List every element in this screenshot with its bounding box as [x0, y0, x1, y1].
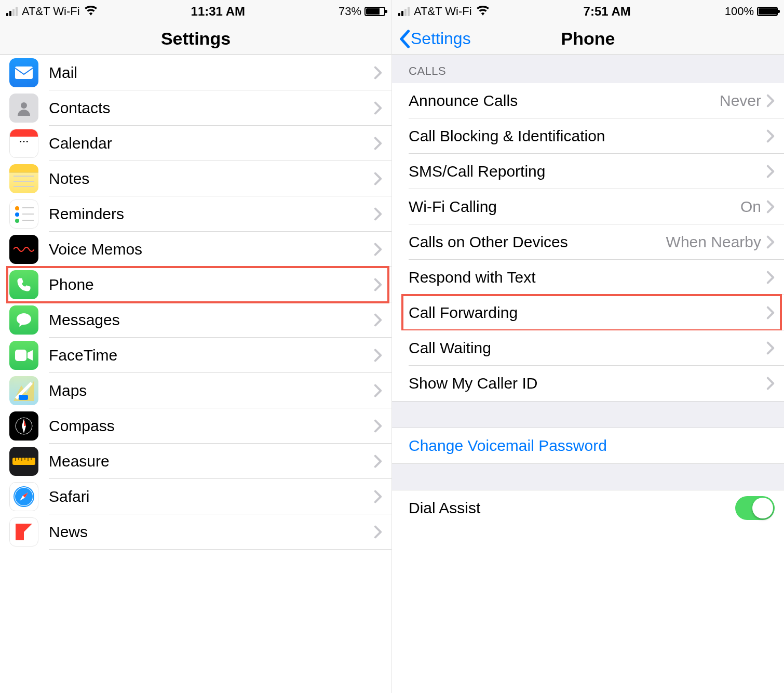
- row-wifi-calling[interactable]: Wi-Fi CallingOn: [392, 189, 784, 224]
- cellular-signal-icon: [398, 7, 410, 16]
- settings-row-calendar[interactable]: • • •Calendar: [0, 126, 391, 161]
- chevron-right-icon: [374, 419, 382, 433]
- news-icon: [9, 517, 38, 547]
- measure-icon: [9, 447, 38, 476]
- phone-icon: [9, 270, 38, 299]
- chevron-right-icon: [374, 137, 382, 150]
- row-label: Announce Calls: [409, 92, 720, 110]
- chevron-right-icon: [374, 66, 382, 79]
- row-label: Reminders: [49, 205, 374, 223]
- maps-icon: [9, 376, 38, 405]
- svg-point-1: [21, 102, 27, 109]
- section-spacer: [392, 401, 784, 428]
- chevron-right-icon: [374, 313, 382, 327]
- svg-rect-2: [15, 350, 26, 361]
- row-calls-other-devices[interactable]: Calls on Other DevicesWhen Nearby: [392, 224, 784, 260]
- row-label: Measure: [49, 452, 374, 470]
- reminders-icon: [9, 199, 38, 229]
- chevron-right-icon: [374, 490, 382, 503]
- row-call-blocking[interactable]: Call Blocking & Identification: [392, 118, 784, 154]
- battery-percent: 73%: [339, 5, 361, 18]
- row-announce-calls[interactable]: Announce CallsNever: [392, 83, 784, 118]
- section-spacer: [392, 463, 784, 490]
- settings-row-maps[interactable]: Maps: [0, 373, 391, 408]
- row-label: Voice Memos: [49, 241, 374, 258]
- row-label: Wi-Fi Calling: [409, 198, 740, 216]
- compass-icon: [9, 411, 38, 441]
- settings-row-safari[interactable]: Safari: [0, 479, 391, 514]
- page-title: Settings: [161, 29, 231, 49]
- row-sms-call-reporting[interactable]: SMS/Call Reporting: [392, 154, 784, 189]
- chevron-right-icon: [374, 101, 382, 115]
- wifi-icon: [476, 4, 490, 19]
- notes-icon: [9, 164, 38, 193]
- row-label: Mail: [49, 64, 374, 82]
- status-bar: AT&T Wi-Fi 7:51 AM 100%: [392, 0, 784, 23]
- row-respond-with-text[interactable]: Respond with Text: [392, 260, 784, 295]
- chevron-right-icon: [766, 271, 775, 284]
- row-value: Never: [720, 92, 761, 110]
- dial-assist-row[interactable]: Dial Assist: [392, 490, 784, 526]
- settings-row-contacts[interactable]: Contacts: [0, 90, 391, 126]
- change-voicemail-password-row[interactable]: Change Voicemail Password: [392, 428, 784, 463]
- chevron-right-icon: [374, 243, 382, 256]
- chevron-right-icon: [766, 129, 775, 143]
- row-label: Compass: [49, 417, 374, 435]
- settings-row-notes[interactable]: Notes: [0, 161, 391, 196]
- battery-icon: [364, 7, 385, 16]
- chevron-right-icon: [374, 455, 382, 468]
- row-label: Calls on Other Devices: [409, 233, 666, 251]
- row-label: Call Forwarding: [409, 304, 766, 322]
- settings-row-reminders[interactable]: Reminders: [0, 196, 391, 232]
- settings-row-voice-memos[interactable]: Voice Memos: [0, 232, 391, 267]
- chevron-right-icon: [374, 278, 382, 291]
- settings-list: MailContacts• • •CalendarNotesRemindersV…: [0, 55, 391, 550]
- row-call-forwarding[interactable]: Call Forwarding: [392, 295, 784, 330]
- row-label: News: [49, 523, 374, 541]
- row-label: Safari: [49, 488, 374, 505]
- settings-row-mail[interactable]: Mail: [0, 55, 391, 90]
- row-label: Show My Caller ID: [409, 375, 766, 392]
- row-label: Notes: [49, 170, 374, 188]
- chevron-right-icon: [766, 200, 775, 214]
- settings-row-news[interactable]: News: [0, 514, 391, 550]
- row-label: SMS/Call Reporting: [409, 163, 766, 180]
- voice-memos-icon: [9, 235, 38, 264]
- chevron-right-icon: [766, 341, 775, 355]
- back-label: Settings: [411, 29, 471, 48]
- row-label: Call Waiting: [409, 339, 766, 357]
- facetime-icon: [9, 341, 38, 370]
- contacts-icon: [9, 94, 38, 123]
- cellular-signal-icon: [6, 7, 18, 16]
- chevron-right-icon: [374, 525, 382, 539]
- carrier-label: AT&T Wi-Fi: [22, 5, 80, 18]
- chevron-right-icon: [374, 349, 382, 362]
- nav-bar: Settings: [0, 23, 391, 55]
- row-call-waiting[interactable]: Call Waiting: [392, 330, 784, 366]
- row-value: On: [740, 198, 761, 216]
- svg-rect-3: [19, 395, 28, 400]
- row-label: Phone: [49, 276, 374, 294]
- row-label: Calendar: [49, 135, 374, 152]
- nav-bar: Settings Phone: [392, 23, 784, 55]
- dial-assist-switch[interactable]: [735, 496, 775, 520]
- back-button[interactable]: Settings: [398, 29, 471, 48]
- status-time: 11:31 AM: [191, 4, 245, 19]
- phone-settings-screen: AT&T Wi-Fi 7:51 AM 100% Settings Phone C…: [392, 0, 784, 693]
- row-label: Call Blocking & Identification: [409, 127, 766, 145]
- row-value: When Nearby: [666, 233, 761, 251]
- row-show-caller-id[interactable]: Show My Caller ID: [392, 366, 784, 401]
- row-label: Maps: [49, 382, 374, 399]
- safari-icon: [9, 482, 38, 511]
- settings-row-compass[interactable]: Compass: [0, 408, 391, 444]
- carrier-label: AT&T Wi-Fi: [414, 5, 472, 18]
- settings-row-measure[interactable]: Measure: [0, 444, 391, 479]
- settings-row-messages[interactable]: Messages: [0, 302, 391, 338]
- settings-row-phone[interactable]: Phone: [0, 267, 391, 302]
- settings-screen: AT&T Wi-Fi 11:31 AM 73% Settings MailCon…: [0, 0, 392, 693]
- settings-row-facetime[interactable]: FaceTime: [0, 338, 391, 373]
- section-header-calls: CALLS: [392, 55, 784, 83]
- wifi-icon: [84, 4, 98, 19]
- status-bar: AT&T Wi-Fi 11:31 AM 73%: [0, 0, 391, 23]
- chevron-right-icon: [374, 207, 382, 221]
